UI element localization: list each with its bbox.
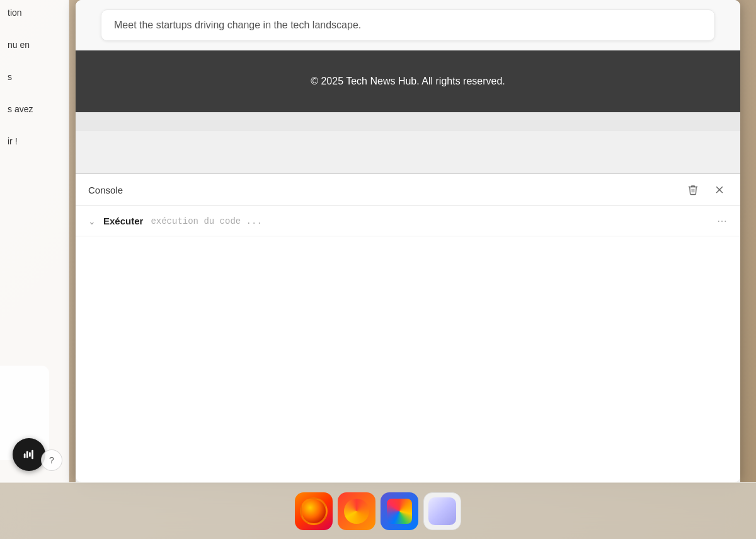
sidebar-item-2: nu en xyxy=(8,38,61,52)
voice-assistant-button[interactable] xyxy=(13,438,45,471)
help-button-label: ? xyxy=(49,455,54,465)
console-execute-row: ⌄ Exécuter exécution du code ... ⋯ xyxy=(76,206,740,236)
close-console-button[interactable] xyxy=(711,182,728,198)
console-title: Console xyxy=(88,185,123,195)
footer-copyright: © 2025 Tech News Hub. All rights reserve… xyxy=(311,76,505,86)
execute-label: Exécuter xyxy=(103,216,143,226)
more-options-button[interactable]: ⋯ xyxy=(717,215,728,227)
chevron-down-icon[interactable]: ⌄ xyxy=(88,216,96,226)
article-card-text: Meet the startups driving change in the … xyxy=(114,20,361,30)
trash-icon xyxy=(687,184,699,195)
svg-rect-4 xyxy=(29,452,31,456)
webpage-content: Meet the startups driving change in the … xyxy=(76,0,740,131)
microphone-bars-icon xyxy=(22,448,36,461)
svg-rect-5 xyxy=(32,450,33,460)
svg-rect-2 xyxy=(24,453,26,458)
sidebar-item-5: ir ! xyxy=(8,135,61,148)
dock xyxy=(0,482,756,539)
gray-divider xyxy=(76,112,740,131)
article-card: Meet the startups driving change in the … xyxy=(101,9,715,41)
dock-item-app3[interactable] xyxy=(423,492,461,530)
help-button[interactable]: ? xyxy=(41,449,62,471)
svg-rect-3 xyxy=(26,451,28,458)
console-panel: Console ⌄ Exécute xyxy=(76,173,740,482)
sidebar-item-3: s xyxy=(8,71,61,84)
console-header-actions xyxy=(685,182,728,198)
sidebar-item-1: tion xyxy=(8,6,61,20)
site-footer: © 2025 Tech News Hub. All rights reserve… xyxy=(76,50,740,112)
console-body xyxy=(76,236,740,482)
clear-console-button[interactable] xyxy=(685,182,701,198)
close-icon xyxy=(714,184,725,195)
sidebar-item-4: s avez xyxy=(8,103,61,116)
execute-placeholder-text: exécution du code ... xyxy=(151,216,709,226)
dock-item-browser[interactable] xyxy=(295,492,333,530)
dock-item-app2[interactable] xyxy=(381,492,418,530)
console-header: Console xyxy=(76,174,740,206)
dock-item-app1[interactable] xyxy=(338,492,375,530)
